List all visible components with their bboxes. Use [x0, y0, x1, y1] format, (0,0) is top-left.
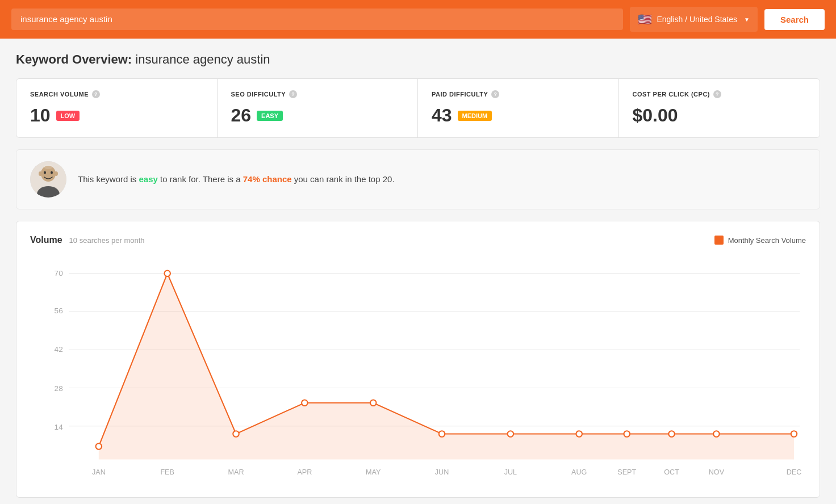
- svg-point-3: [39, 171, 42, 176]
- help-icon-cpc[interactable]: ?: [713, 90, 721, 98]
- data-point-may: [370, 400, 377, 406]
- stat-value-cpc: $0.00: [633, 105, 806, 126]
- badge-medium: MEDIUM: [458, 111, 492, 121]
- svg-text:SEPT: SEPT: [617, 468, 636, 476]
- stat-label-cpc: Cost Per Click (CPC) ?: [633, 90, 806, 98]
- stat-label-paid-difficulty: Paid Difficulty ?: [432, 90, 605, 98]
- svg-text:56: 56: [55, 306, 63, 315]
- stat-value-search-volume: 10 LOW: [30, 105, 203, 126]
- chart-area-fill: [99, 274, 794, 460]
- stat-card-search-volume: Search Volume ? 10 LOW: [16, 79, 218, 137]
- svg-text:70: 70: [55, 269, 64, 278]
- data-point-oct: [668, 431, 675, 437]
- search-input-wrap[interactable]: [11, 9, 623, 30]
- data-point-dec: [791, 431, 797, 437]
- svg-point-7: [44, 165, 53, 169]
- insight-easy-label: easy: [139, 174, 158, 184]
- svg-point-5: [44, 171, 46, 174]
- legend-color: [714, 236, 724, 245]
- svg-text:28: 28: [55, 384, 63, 393]
- badge-easy: EASY: [257, 111, 283, 121]
- data-point-aug: [576, 431, 582, 437]
- svg-text:MAR: MAR: [228, 468, 244, 476]
- svg-text:14: 14: [55, 423, 64, 431]
- svg-text:OCT: OCT: [664, 468, 679, 476]
- avatar-image: [30, 161, 66, 198]
- svg-text:JUL: JUL: [504, 468, 517, 476]
- chevron-down-icon: ▼: [744, 16, 750, 23]
- stat-label-seo-difficulty: SEO Difficulty ?: [231, 90, 404, 98]
- svg-text:42: 42: [55, 345, 63, 354]
- svg-point-6: [51, 171, 53, 174]
- chart-svg: 70 56 42 28 14: [30, 257, 806, 484]
- main-content: Keyword Overview: insurance agency austi…: [0, 39, 836, 504]
- data-point-apr: [302, 400, 308, 406]
- help-icon-seo-difficulty[interactable]: ?: [289, 90, 297, 98]
- chart-card: Volume 10 searches per month Monthly Sea…: [16, 221, 820, 498]
- search-button[interactable]: Search: [764, 9, 825, 30]
- data-point-mar: [233, 431, 239, 437]
- help-icon-search-volume[interactable]: ?: [92, 90, 100, 98]
- svg-text:JAN: JAN: [92, 468, 106, 476]
- page-keyword: insurance agency austin: [135, 52, 270, 66]
- search-input[interactable]: [20, 14, 614, 24]
- stat-value-seo-difficulty: 26 EASY: [231, 105, 404, 126]
- svg-text:JUN: JUN: [435, 468, 449, 476]
- stat-card-paid-difficulty: Paid Difficulty ? 43 MEDIUM: [418, 79, 619, 137]
- avatar: [30, 161, 66, 198]
- stat-card-cpc: Cost Per Click (CPC) ? $0.00: [619, 79, 820, 137]
- chart-header: Volume 10 searches per month Monthly Sea…: [30, 235, 806, 245]
- page-title: Keyword Overview: insurance agency austi…: [16, 52, 820, 67]
- insight-text: This keyword is easy to rank for. There …: [78, 173, 395, 186]
- data-point-sept: [624, 431, 630, 437]
- svg-text:AUG: AUG: [571, 468, 587, 476]
- chart-subtitle: 10 searches per month: [69, 236, 145, 245]
- stat-value-paid-difficulty: 43 MEDIUM: [432, 105, 605, 126]
- svg-text:DEC: DEC: [787, 468, 802, 476]
- chart-title: Volume: [30, 235, 62, 245]
- svg-text:APR: APR: [297, 468, 312, 476]
- stat-label-search-volume: Search Volume ?: [30, 90, 203, 98]
- help-icon-paid-difficulty[interactable]: ?: [491, 90, 499, 98]
- svg-text:NOV: NOV: [709, 468, 725, 476]
- data-point-nov: [713, 431, 720, 437]
- data-point-jul: [508, 431, 514, 437]
- insight-chance-label: 74% chance: [243, 174, 292, 184]
- chart-legend: Monthly Search Volume: [714, 236, 806, 245]
- badge-low: LOW: [56, 111, 80, 121]
- stat-card-seo-difficulty: SEO Difficulty ? 26 EASY: [218, 79, 419, 137]
- data-point-jun: [439, 431, 445, 437]
- svg-point-4: [55, 171, 58, 176]
- svg-text:FEB: FEB: [160, 468, 174, 476]
- svg-text:MAY: MAY: [366, 468, 381, 476]
- insight-banner: This keyword is easy to rank for. There …: [16, 149, 820, 209]
- data-point-jan: [96, 443, 102, 450]
- page-title-prefix: Keyword Overview:: [16, 52, 132, 66]
- app-header: 🇺🇸 English / United States ▼ Search: [0, 0, 836, 39]
- language-label: English / United States: [657, 15, 737, 24]
- chart-area: 70 56 42 28 14: [30, 257, 806, 484]
- flag-icon: 🇺🇸: [638, 12, 652, 26]
- data-point-feb: [164, 271, 170, 277]
- chart-title-group: Volume 10 searches per month: [30, 235, 145, 245]
- stats-row: Search Volume ? 10 LOW SEO Difficulty ? …: [16, 78, 820, 138]
- legend-label: Monthly Search Volume: [728, 236, 806, 245]
- language-selector[interactable]: 🇺🇸 English / United States ▼: [630, 7, 758, 32]
